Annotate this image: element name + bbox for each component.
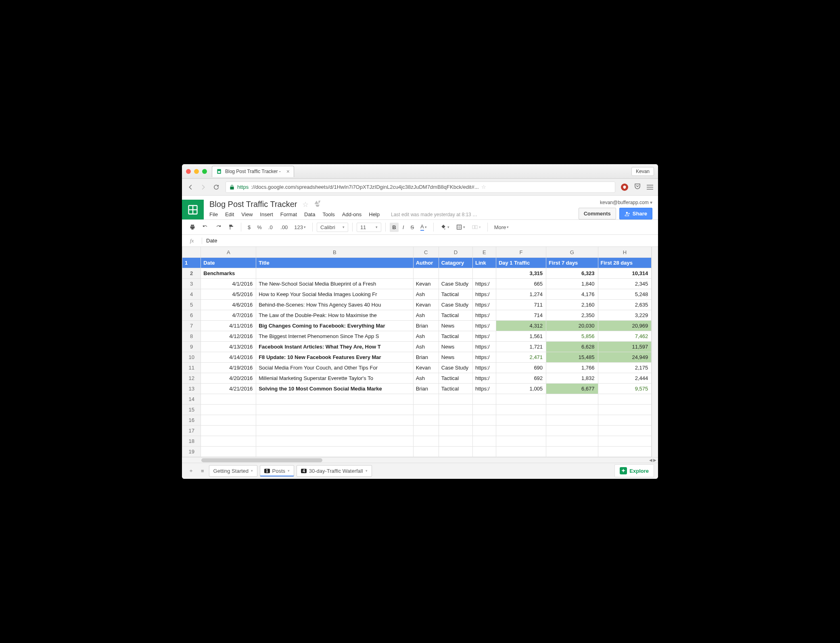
- cell[interactable]: [598, 425, 652, 436]
- cell[interactable]: [413, 394, 439, 404]
- document-title[interactable]: Blog Post Traffic Tracker: [209, 200, 297, 209]
- cell[interactable]: [439, 415, 472, 425]
- row-header[interactable]: 6: [182, 310, 201, 320]
- vertical-scrollbar[interactable]: [652, 247, 658, 457]
- cell[interactable]: 1,766: [546, 362, 598, 373]
- cell[interactable]: [473, 436, 496, 446]
- cell[interactable]: [496, 404, 546, 415]
- browser-tab[interactable]: Blog Post Traffic Tracker - ×: [212, 166, 294, 177]
- cell[interactable]: 6,323: [546, 268, 598, 278]
- tab-close-icon[interactable]: ×: [286, 168, 290, 175]
- cell[interactable]: 10,314: [598, 268, 652, 278]
- horizontal-scrollbar[interactable]: ◀▶: [182, 457, 658, 463]
- redo-icon[interactable]: [213, 222, 224, 232]
- col-header-B[interactable]: B: [256, 247, 413, 257]
- cell[interactable]: Tactical: [439, 289, 472, 299]
- row-header[interactable]: 10: [182, 352, 201, 362]
- cell[interactable]: https:/: [473, 278, 496, 289]
- cell[interactable]: 15,485: [546, 352, 598, 362]
- cell[interactable]: [439, 425, 472, 436]
- chrome-profile-button[interactable]: Kevan: [631, 167, 654, 176]
- row-header[interactable]: 15: [182, 404, 201, 415]
- cell[interactable]: 4,176: [546, 289, 598, 299]
- bold-button[interactable]: B: [390, 223, 398, 232]
- cell[interactable]: News: [439, 320, 472, 331]
- cell[interactable]: 1,005: [496, 383, 546, 394]
- col-header-D[interactable]: D: [439, 247, 472, 257]
- cell[interactable]: 5,856: [546, 331, 598, 341]
- cell[interactable]: Brian: [413, 320, 439, 331]
- move-to-drive-icon[interactable]: [313, 200, 322, 209]
- cell[interactable]: Solving the 10 Most Common Social Media …: [256, 383, 413, 394]
- cell[interactable]: [201, 425, 256, 436]
- cell[interactable]: Case Study: [439, 299, 472, 310]
- cell[interactable]: [256, 446, 413, 457]
- reload-icon[interactable]: [213, 184, 220, 191]
- row-header[interactable]: 17: [182, 425, 201, 436]
- cell[interactable]: 7,462: [598, 331, 652, 341]
- cell[interactable]: 20,969: [598, 320, 652, 331]
- fill-color-button[interactable]: ▾: [438, 222, 452, 232]
- cell[interactable]: 1,832: [546, 373, 598, 383]
- cell[interactable]: [473, 404, 496, 415]
- cell[interactable]: [413, 268, 439, 278]
- cell[interactable]: First 28 days: [598, 257, 652, 268]
- cell[interactable]: [413, 436, 439, 446]
- increase-decimal-button[interactable]: .00: [278, 223, 290, 232]
- format-currency-button[interactable]: $: [245, 223, 253, 232]
- select-all-corner[interactable]: [182, 247, 201, 257]
- font-family-select[interactable]: Calibri▾: [317, 223, 348, 232]
- cell[interactable]: [256, 425, 413, 436]
- cell[interactable]: [598, 415, 652, 425]
- cell[interactable]: [473, 268, 496, 278]
- minimize-icon[interactable]: [194, 169, 199, 174]
- cell[interactable]: [439, 436, 472, 446]
- cell[interactable]: 2,444: [598, 373, 652, 383]
- cell[interactable]: Behind-the-Scenes: How This Agency Saves…: [256, 299, 413, 310]
- cell[interactable]: 1,274: [496, 289, 546, 299]
- cell[interactable]: 3,315: [496, 268, 546, 278]
- sheet-tab-posts[interactable]: 1Posts▾: [260, 465, 294, 477]
- toolbar-more-button[interactable]: More ▾: [492, 223, 512, 232]
- cell[interactable]: Author: [413, 257, 439, 268]
- cell[interactable]: [546, 425, 598, 436]
- merge-cells-button[interactable]: ▾: [469, 222, 483, 232]
- cell[interactable]: Millenial Marketing Superstar Everette T…: [256, 373, 413, 383]
- cell[interactable]: [439, 394, 472, 404]
- italic-button[interactable]: I: [400, 223, 407, 232]
- cell[interactable]: [201, 394, 256, 404]
- row-header[interactable]: 7: [182, 320, 201, 331]
- row-header[interactable]: 11: [182, 362, 201, 373]
- print-icon[interactable]: [187, 222, 198, 232]
- col-header-E[interactable]: E: [473, 247, 496, 257]
- cell[interactable]: 20,030: [546, 320, 598, 331]
- cell[interactable]: [473, 394, 496, 404]
- cell[interactable]: Brian: [413, 352, 439, 362]
- borders-button[interactable]: ▾: [453, 222, 468, 232]
- cell[interactable]: https:/: [473, 320, 496, 331]
- cell[interactable]: Catagory: [439, 257, 472, 268]
- cell[interactable]: [546, 394, 598, 404]
- cell[interactable]: [598, 404, 652, 415]
- cell[interactable]: Benchmarks: [201, 268, 256, 278]
- cell[interactable]: 2,345: [598, 278, 652, 289]
- share-button[interactable]: Share: [619, 208, 652, 219]
- menu-view[interactable]: View: [241, 211, 253, 217]
- cell[interactable]: [439, 404, 472, 415]
- spreadsheet-grid[interactable]: A B C D E F G H 1DateTitleAuthorCatagory…: [182, 247, 652, 457]
- cell[interactable]: 4/21/2016: [201, 383, 256, 394]
- cell[interactable]: News: [439, 352, 472, 362]
- cell[interactable]: Day 1 Traffic: [496, 257, 546, 268]
- cell[interactable]: https:/: [473, 299, 496, 310]
- cell[interactable]: Ash: [413, 373, 439, 383]
- cell[interactable]: Case Study: [439, 278, 472, 289]
- cell[interactable]: Kevan: [413, 299, 439, 310]
- sheets-logo-icon[interactable]: [182, 200, 204, 219]
- cell[interactable]: First 7 days: [546, 257, 598, 268]
- cell[interactable]: The New-School Social Media Blueprint of…: [256, 278, 413, 289]
- row-header[interactable]: 18: [182, 436, 201, 446]
- cell[interactable]: [496, 436, 546, 446]
- cell[interactable]: 714: [496, 310, 546, 320]
- cell[interactable]: Facebook Instant Articles: What They Are…: [256, 341, 413, 352]
- ublock-extension-icon[interactable]: [621, 184, 628, 191]
